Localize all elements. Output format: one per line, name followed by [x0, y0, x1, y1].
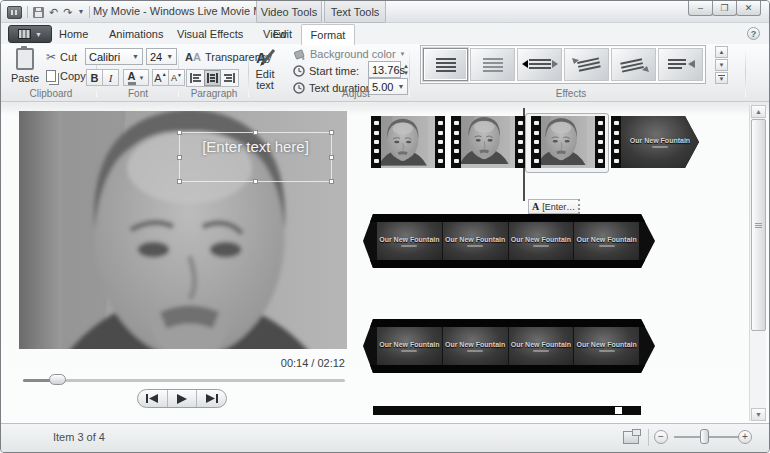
- scroll-up-icon[interactable]: ▲: [751, 105, 766, 118]
- down-arrow-icon[interactable]: ▼: [403, 70, 409, 76]
- bold-button[interactable]: B: [86, 69, 103, 86]
- time-display: 00:14 / 02:12: [281, 357, 345, 369]
- zoom-slider-thumb[interactable]: [700, 429, 709, 444]
- storyboard-text-item[interactable]: A [Enter…: [528, 199, 580, 214]
- up-arrow-icon[interactable]: ▲: [403, 63, 409, 69]
- gallery-more-icon[interactable]: ▼: [715, 72, 728, 84]
- scroll-down-icon[interactable]: ▼: [751, 408, 766, 421]
- effects-gallery: [420, 45, 706, 84]
- clip-title-text: Our New Fountain: [511, 236, 571, 243]
- storyboard-clip-3-selected[interactable]: [531, 116, 605, 168]
- background-color-button[interactable]: Background color ▼: [293, 46, 406, 62]
- resize-handle[interactable]: [177, 155, 182, 160]
- storyboard-strip-row-2[interactable]: Our New Fountain Our New Fountain Our Ne…: [363, 214, 655, 268]
- filmstrip-sprockets: [515, 116, 525, 168]
- start-time-input[interactable]: 13.76s: [368, 61, 401, 78]
- text-overlay-box[interactable]: [Enter text here]: [179, 132, 332, 182]
- application-menu-button[interactable]: ▼: [8, 25, 52, 43]
- copy-icon: [46, 70, 56, 82]
- play-button[interactable]: [168, 390, 198, 407]
- font-family-select[interactable]: Calibri▼: [85, 48, 143, 65]
- align-center-icon: [207, 73, 218, 83]
- previous-frame-button[interactable]: [138, 390, 168, 407]
- resize-handle[interactable]: [177, 130, 182, 135]
- strip-marker: [615, 407, 622, 414]
- static-text-effect[interactable]: [423, 48, 468, 81]
- tab-home[interactable]: Home: [49, 24, 98, 44]
- strip-frame: Our New Fountain: [509, 327, 575, 365]
- cut-button[interactable]: ✂ Cut: [46, 49, 77, 65]
- chevron-down-icon: ▼: [139, 75, 145, 81]
- fade-text-effect[interactable]: [470, 48, 515, 81]
- storyboard-clip-4-title[interactable]: Our New Fountain: [611, 116, 699, 168]
- scrollbar-thumb[interactable]: [751, 119, 766, 331]
- redo-icon[interactable]: ↷: [63, 6, 72, 18]
- tab-label: Format: [311, 29, 346, 41]
- contextual-group-video-tools[interactable]: Video Tools: [256, 1, 322, 23]
- zoom-in-button[interactable]: +: [738, 430, 752, 444]
- filmstrip-edge: [363, 365, 655, 373]
- align-right-button[interactable]: [221, 70, 238, 86]
- minimize-button[interactable]: –: [688, 1, 713, 16]
- resize-handle[interactable]: [329, 155, 334, 160]
- tab-animations[interactable]: Animations: [99, 24, 173, 44]
- text-item-icon: A: [532, 201, 539, 212]
- seek-thumb[interactable]: [49, 374, 66, 385]
- resize-handle[interactable]: [253, 179, 258, 184]
- paste-button[interactable]: Paste: [11, 48, 39, 84]
- tab-visual-effects[interactable]: Visual Effects: [167, 24, 253, 44]
- chevron-down-icon: ▼: [166, 53, 173, 60]
- align-center-button[interactable]: [204, 70, 221, 86]
- font-size-select[interactable]: 24▼: [146, 48, 177, 65]
- align-left-button[interactable]: [187, 70, 204, 86]
- storyboard-strip-row-4-partial[interactable]: [373, 406, 641, 415]
- tab-format[interactable]: Format: [301, 24, 355, 45]
- copy-label: Copy: [60, 70, 86, 82]
- help-icon[interactable]: ?: [747, 27, 760, 40]
- text-overlay-placeholder[interactable]: [Enter text here]: [180, 138, 331, 155]
- divider: [648, 429, 649, 446]
- font-color-button[interactable]: A ▼: [123, 69, 149, 86]
- save-icon[interactable]: [33, 7, 44, 18]
- contextual-group-text-tools[interactable]: Text Tools: [324, 1, 386, 23]
- divider: [27, 6, 28, 18]
- resize-handle[interactable]: [329, 130, 334, 135]
- shrink-font-button[interactable]: A▼: [168, 69, 185, 86]
- strip-frame: Our New Fountain: [377, 327, 443, 365]
- edit-text-button[interactable]: A Edit text: [254, 47, 276, 90]
- copy-button[interactable]: Copy: [46, 68, 86, 84]
- next-frame-button[interactable]: [197, 390, 226, 407]
- app-icon[interactable]: [7, 6, 22, 19]
- scroll-horizontal-effect[interactable]: [517, 48, 562, 81]
- storyboard-clip-2[interactable]: [451, 116, 525, 168]
- preview-monitor[interactable]: [Enter text here]: [19, 111, 347, 349]
- clip-subtitle-line: [533, 245, 549, 247]
- resize-handle[interactable]: [253, 130, 258, 135]
- grow-font-button[interactable]: A▲: [152, 69, 169, 86]
- start-time-stepper[interactable]: ▲▼: [403, 63, 409, 76]
- sweep-diagonal-effect[interactable]: [611, 48, 656, 81]
- undo-icon[interactable]: ↶: [49, 6, 58, 18]
- restore-button[interactable]: ❐: [712, 1, 737, 16]
- gallery-scroll-up-icon[interactable]: ▲: [715, 46, 728, 58]
- clip-title-text: Our New Fountain: [379, 236, 439, 243]
- strip-frame: Our New Fountain: [443, 327, 509, 365]
- resize-handle[interactable]: [329, 179, 334, 184]
- zoom-out-button[interactable]: −: [654, 430, 668, 444]
- slide-in-left-effect[interactable]: [658, 48, 703, 81]
- close-button[interactable]: ✕: [736, 1, 761, 16]
- fly-in-diagonal-effect[interactable]: [564, 48, 609, 81]
- clip-title-text: Our New Fountain: [445, 341, 505, 348]
- thumbnail-size-icon[interactable]: [623, 431, 639, 444]
- resize-handle[interactable]: [177, 179, 182, 184]
- tab-edit[interactable]: Edit: [263, 24, 302, 44]
- up-arrow-icon: ▲: [162, 71, 167, 77]
- seek-bar[interactable]: [23, 379, 345, 382]
- italic-button[interactable]: I: [102, 69, 119, 86]
- gallery-scroll-down-icon[interactable]: ▼: [715, 59, 728, 71]
- storyboard-strip-row-3[interactable]: Our New Fountain Our New Fountain Our Ne…: [363, 319, 655, 373]
- qat-dropdown-icon[interactable]: ▼: [77, 6, 84, 18]
- filmstrip-sprockets: [595, 116, 605, 168]
- clip-thumbnail-image: [381, 116, 435, 168]
- storyboard-clip-1[interactable]: [371, 116, 445, 168]
